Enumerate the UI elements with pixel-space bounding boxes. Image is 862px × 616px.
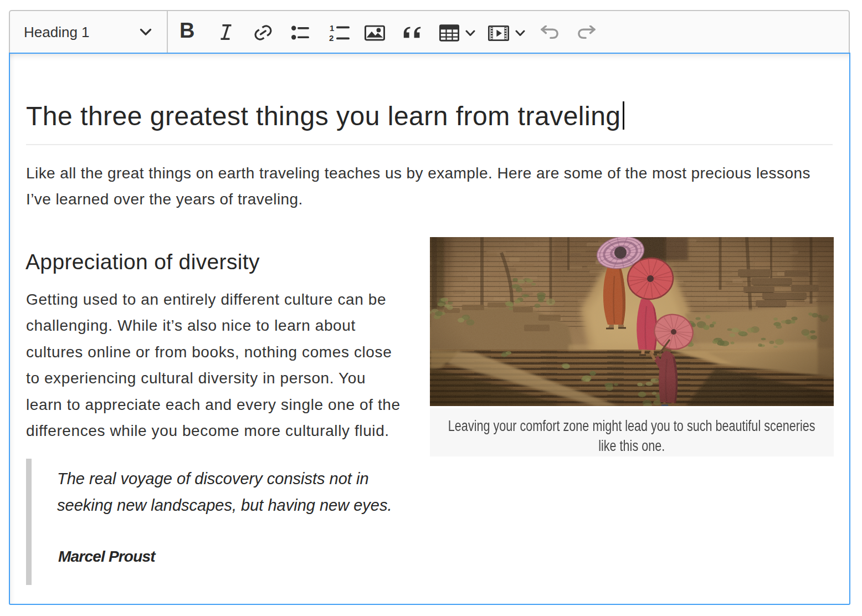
svg-text:2: 2 [329,33,333,42]
svg-text:1: 1 [330,24,334,33]
